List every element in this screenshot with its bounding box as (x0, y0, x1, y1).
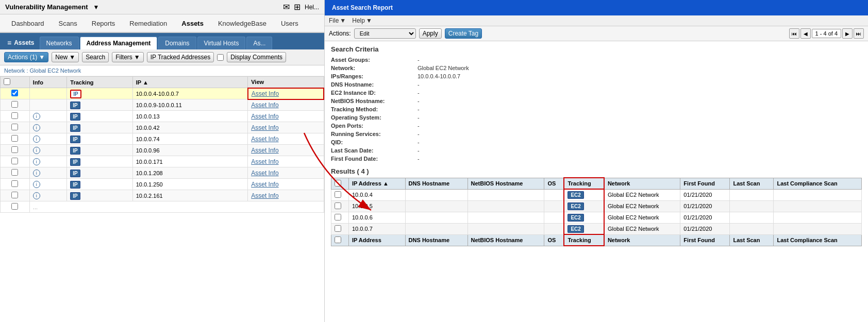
actions-select[interactable]: Edit (354, 28, 416, 39)
criteria-value-6: - (418, 106, 862, 113)
row-checkbox[interactable] (11, 135, 18, 142)
info-icon[interactable]: i (33, 192, 40, 199)
tracking-badge-highlighted[interactable]: IP (70, 90, 81, 98)
asset-info-link[interactable]: Asset Info (251, 170, 278, 177)
filters-label: Filters (115, 54, 132, 61)
row-checkbox[interactable] (11, 112, 18, 119)
info-icon[interactable]: i (33, 135, 40, 143)
display-comments-checkbox[interactable] (217, 54, 224, 61)
tab-address-management[interactable]: Address Management (80, 37, 158, 49)
criteria-label-7: Operating System: (331, 114, 413, 121)
row-checkbox[interactable] (11, 203, 18, 210)
ec2-tracking-badge[interactable]: EC2 (567, 214, 583, 222)
info-icon[interactable]: i (33, 158, 40, 165)
asset-info-link[interactable]: Asset Info (251, 135, 278, 143)
row-checkbox[interactable] (11, 90, 18, 96)
row-checkbox[interactable] (11, 158, 18, 164)
results-row-checkbox[interactable] (335, 191, 341, 198)
tracking-badge[interactable]: IP (70, 147, 80, 155)
asset-info-link[interactable]: Asset Info (251, 192, 278, 199)
row-checkbox[interactable] (11, 146, 18, 153)
asset-info-link[interactable]: Asset Info (251, 124, 278, 131)
nav-users[interactable]: Users (275, 15, 305, 31)
row-checkbox-cell[interactable] (1, 88, 30, 99)
help-text[interactable]: Hel... (305, 4, 319, 11)
tracking-badge[interactable]: IP (70, 158, 80, 166)
tracking-badge[interactable]: IP (70, 124, 80, 132)
tab-domains[interactable]: Domains (158, 37, 196, 49)
tab-more[interactable]: As... (246, 37, 272, 49)
criteria-value-2: 10.0.0.4-10.0.0.7 (418, 73, 862, 80)
ip-tracked-button[interactable]: IP Tracked Addresses (147, 52, 214, 62)
nav-assets[interactable]: Assets (175, 15, 210, 31)
row-checkbox[interactable] (11, 124, 18, 130)
asset-info-link[interactable]: Asset Info (251, 181, 278, 188)
tracking-badge[interactable]: IP (70, 135, 80, 143)
asset-info-link[interactable]: Asset Info (251, 101, 278, 109)
tracking-badge[interactable]: IP (70, 170, 80, 177)
tracking-badge[interactable]: IP (70, 181, 80, 189)
ec2-tracking-badge[interactable]: EC2 (567, 225, 583, 233)
criteria-value-9: - (418, 130, 862, 138)
display-comments-button[interactable]: Display Comments (227, 52, 286, 62)
tab-virtual-hosts[interactable]: Virtual Hosts (197, 37, 246, 49)
info-icon[interactable]: i (33, 113, 40, 120)
results-table: IP Address ▲ DNS Hostname NetBIOS Hostna… (331, 177, 862, 246)
first-page-button[interactable]: ⏮ (789, 28, 799, 39)
file-menu-arrow: ▼ (340, 17, 346, 24)
tracking-badge[interactable]: IP (70, 101, 80, 109)
nav-dashboard[interactable]: Dashboard (5, 15, 51, 31)
row-tracking-cell[interactable]: IP (67, 88, 132, 99)
ec2-tracking-badge[interactable]: EC2 (567, 191, 583, 199)
file-menu[interactable]: File ▼ (329, 17, 346, 24)
results-col-last-compliance: Last Compliance Scan (774, 178, 862, 189)
table-row: i IP 10.0.0.42 Asset Info (1, 122, 324, 133)
asset-info-link[interactable]: Asset Info (252, 90, 279, 97)
row-view-cell[interactable]: Asset Info (248, 88, 324, 99)
results-col-os: OS (544, 178, 564, 189)
nav-reports[interactable]: Reports (86, 15, 122, 31)
results-footer-select-all[interactable] (335, 236, 341, 243)
info-icon[interactable]: i (33, 147, 40, 154)
apply-button[interactable]: Apply (419, 28, 442, 39)
asset-info-link[interactable]: Asset Info (251, 147, 278, 154)
row-checkbox[interactable] (11, 192, 18, 198)
row-checkbox[interactable] (11, 169, 18, 176)
email-icon[interactable]: ✉ (283, 2, 290, 12)
prev-page-button[interactable]: ◀ (800, 28, 811, 39)
info-icon[interactable]: i (33, 124, 40, 131)
criteria-label-2: IPs/Ranges: (331, 73, 413, 80)
results-row-checkbox[interactable] (335, 202, 341, 209)
tracking-badge[interactable]: IP (70, 192, 80, 200)
results-col-checkbox (331, 178, 349, 189)
help-menu[interactable]: Help ▼ (352, 17, 372, 24)
asset-info-link[interactable]: Asset Info (251, 158, 278, 165)
asset-info-link[interactable]: Asset Info (251, 113, 278, 120)
results-col-last-scan: Last Scan (730, 178, 774, 189)
results-row-checkbox[interactable] (335, 214, 341, 221)
dropdown-arrow-icon[interactable]: ▼ (93, 4, 99, 11)
info-icon[interactable]: i (33, 170, 40, 177)
settings-icon[interactable]: ⊞ (294, 2, 301, 12)
tab-networks[interactable]: Networks (40, 37, 79, 49)
row-checkbox[interactable] (11, 101, 18, 108)
tracking-badge[interactable]: IP (70, 113, 80, 121)
results-select-all[interactable] (335, 180, 341, 187)
nav-remediation[interactable]: Remediation (123, 15, 173, 31)
nav-knowledgebase[interactable]: KnowledgeBase (212, 15, 273, 31)
last-page-button[interactable]: ⏭ (854, 28, 864, 39)
create-tag-button[interactable]: Create Tag (445, 28, 482, 39)
pagination: ⏮ ◀ 1 - 4 of 4 ▶ ⏭ (789, 28, 864, 39)
select-all-checkbox[interactable] (4, 78, 10, 85)
ec2-tracking-badge[interactable]: EC2 (567, 202, 583, 210)
actions-button[interactable]: Actions (1) ▼ (4, 52, 48, 62)
nav-scans[interactable]: Scans (53, 15, 84, 31)
filters-button[interactable]: Filters ▼ (112, 52, 144, 62)
results-row-checkbox[interactable] (335, 225, 341, 232)
next-page-button[interactable]: ▶ (842, 28, 853, 39)
search-button[interactable]: Search (82, 52, 109, 62)
row-checkbox[interactable] (11, 180, 18, 187)
new-button[interactable]: New ▼ (52, 52, 79, 62)
info-icon[interactable]: i (33, 181, 40, 188)
criteria-label-11: Last Scan Date: (331, 147, 413, 154)
